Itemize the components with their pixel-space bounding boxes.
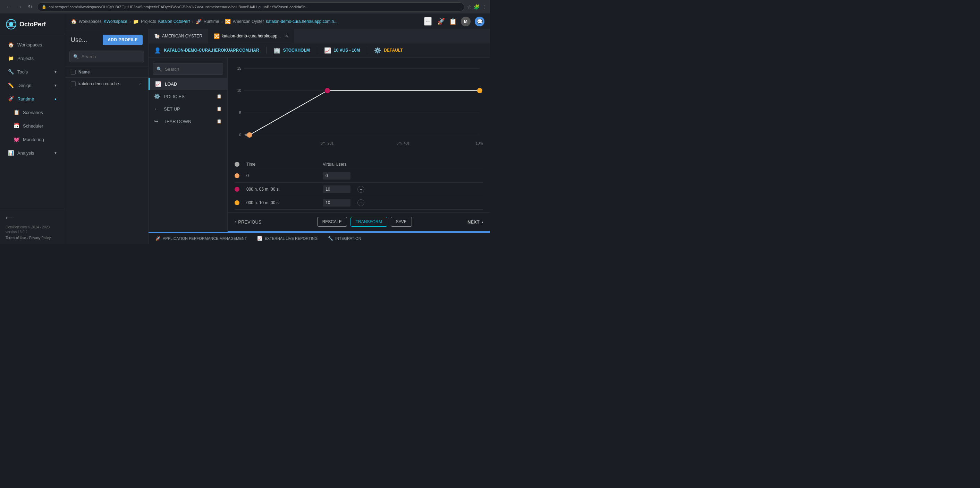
- profile-row[interactable]: katalon-demo-cura.he... ⟋: [65, 78, 148, 90]
- menu-search-input[interactable]: [165, 67, 223, 72]
- footer-tab-apm[interactable]: 🚀 APPLICATION PERFORMANCE MANAGEMENT: [156, 236, 247, 241]
- reload-button[interactable]: ↻: [26, 2, 34, 11]
- sidebar-item-runtime[interactable]: 🚀 Runtime ▲: [2, 92, 63, 105]
- menu-item-teardown[interactable]: ↪ TEAR DOWN 📋: [148, 115, 227, 128]
- time-column-header: Time: [247, 162, 316, 167]
- breadcrumb-scenario[interactable]: 🔀 American Oyster katalon-demo-cura.hero…: [225, 19, 337, 24]
- svg-point-15: [477, 88, 482, 93]
- policies-action-icon: 📋: [216, 94, 222, 99]
- sidebar-item-design[interactable]: ✏️ Design ▼: [2, 79, 63, 92]
- save-button[interactable]: SAVE: [391, 217, 412, 227]
- address-bar[interactable]: 🔒 api.octoperf.com/ui/workspace/OLICyYlB…: [37, 2, 464, 11]
- previous-button[interactable]: ‹ PREVIOUS: [235, 219, 262, 225]
- tab-katalon-icon: 🔀: [214, 33, 220, 39]
- previous-label: PREVIOUS: [238, 219, 261, 225]
- footer-tab-live[interactable]: 📈 EXTERNAL LIVE REPORTING: [257, 236, 318, 241]
- forward-button[interactable]: →: [14, 2, 24, 11]
- sidebar-footer: ⟵ OctoPerf.com © 2014 - 2023 version 13.…: [0, 210, 65, 244]
- bell-header-btn[interactable]: 📋: [449, 18, 457, 25]
- workspaces-icon: 🏠: [8, 41, 14, 48]
- chat-button[interactable]: 💬: [475, 17, 484, 26]
- row2-vu-input[interactable]: [323, 199, 350, 207]
- sidebar-item-monitoring[interactable]: 💓 Monitoring: [2, 133, 63, 146]
- breadcrumb-bar: 🏠 Workspaces KWorkspace › 📁 Projects Kat…: [65, 14, 490, 29]
- profile-edit-button[interactable]: ⟋: [138, 81, 143, 87]
- row0-vu-input[interactable]: [323, 172, 350, 179]
- menu-item-teardown-label: TEAR DOWN: [164, 119, 191, 124]
- row2-dot: [235, 200, 239, 205]
- tab-american-oyster[interactable]: 🐚 AMERICAN OYSTER: [148, 29, 208, 43]
- profiles-title: Use...: [71, 36, 87, 44]
- sidebar-nav: 🏠 Workspaces 📁 Projects 🔧 Tools ▼ ✏️ Des…: [0, 35, 65, 210]
- sidebar-item-workspaces[interactable]: 🏠 Workspaces: [2, 38, 63, 51]
- toolbar-default[interactable]: ⚙️ DEFAULT: [374, 47, 402, 54]
- menu-item-policies-label: POLICIES: [164, 94, 185, 99]
- footer-tab-integration[interactable]: 🔧 INTEGRATION: [328, 236, 361, 241]
- location-icon: 🏢: [274, 47, 280, 54]
- user-avatar[interactable]: M: [461, 17, 471, 26]
- copyright-text: OctoPerf.com © 2014 - 2023: [6, 225, 59, 230]
- add-profile-button[interactable]: ADD PROFILE: [103, 35, 143, 45]
- rocket-header-btn[interactable]: 🚀: [437, 18, 445, 25]
- bookmark-button[interactable]: ☆: [467, 4, 472, 10]
- profile-checkbox[interactable]: [71, 81, 76, 86]
- back-button[interactable]: ←: [424, 17, 432, 25]
- load-icon: 📈: [324, 47, 331, 54]
- toolbar-sep-3: [367, 47, 367, 54]
- transform-button[interactable]: TRANSFORM: [350, 217, 387, 227]
- menu-item-setup[interactable]: ← SET UP 📋: [148, 103, 227, 115]
- design-label: Design: [18, 83, 31, 88]
- toolbar-location[interactable]: 🏢 STOCKHOLM: [274, 47, 310, 54]
- select-all-checkbox[interactable]: [71, 70, 76, 74]
- integration-label: INTEGRATION: [335, 236, 361, 241]
- sidebar-item-analysis[interactable]: 📊 Analysis ▼: [2, 146, 63, 159]
- svg-point-13: [247, 132, 252, 138]
- breadcrumb-workspaces[interactable]: 🏠 Workspaces KWorkspace: [71, 19, 127, 24]
- rescale-button[interactable]: RESCALE: [317, 217, 347, 227]
- runtime-breadcrumb-icon: 🚀: [196, 19, 202, 24]
- menu-button[interactable]: ⋮: [482, 4, 487, 10]
- browser-actions: ☆ 🧩 ⋮: [467, 4, 487, 10]
- toolbar-scenario-name[interactable]: 👤 KATALON-DEMO-CURA.HEROKUAPP.COM.HAR: [154, 47, 259, 54]
- workspaces-label: Workspaces: [18, 42, 42, 48]
- privacy-link[interactable]: Privacy Policy: [29, 236, 51, 240]
- terms-link[interactable]: Terms of Use: [6, 236, 26, 240]
- collapse-button[interactable]: ⟵: [6, 214, 59, 221]
- toolbar-default-label: DEFAULT: [384, 48, 402, 53]
- sidebar-item-scheduler[interactable]: 📅 Scheduler: [2, 119, 63, 132]
- tab-katalon[interactable]: 🔀 katalon-demo-cura.herokuapp... ✕: [208, 29, 294, 43]
- menu-item-policies[interactable]: ⚙️ POLICIES 📋: [148, 90, 227, 103]
- row1-remove-button[interactable]: −: [358, 186, 364, 193]
- integration-icon: 🔧: [328, 236, 333, 241]
- sidebar-item-scenarios[interactable]: 📋 Scenarios: [2, 106, 63, 119]
- row1-vu-input[interactable]: [323, 185, 350, 193]
- apm-label: APPLICATION PERFORMANCE MANAGEMENT: [163, 236, 247, 241]
- breadcrumb-projects[interactable]: 📁 Projects Katalon OctoPerf: [133, 19, 190, 24]
- breadcrumb-runtime-label: Runtime: [204, 19, 219, 24]
- chart-legend: Time Virtual Users 0 000 h. 05 m. 00 s.: [228, 160, 490, 212]
- sidebar-item-projects[interactable]: 📁 Projects: [2, 52, 63, 65]
- data-row-1: 000 h. 05 m. 00 s. −: [235, 183, 483, 196]
- action-buttons: RESCALE TRANSFORM SAVE: [317, 217, 412, 227]
- next-button[interactable]: NEXT ›: [468, 219, 483, 225]
- breadcrumb-runtime[interactable]: 🚀 Runtime: [196, 19, 219, 24]
- scenario-tabs: 🐚 AMERICAN OYSTER 🔀 katalon-demo-cura.he…: [148, 29, 490, 43]
- menu-item-load[interactable]: 📈 LOAD: [148, 78, 227, 90]
- row2-remove-button[interactable]: −: [358, 199, 364, 206]
- toolbar-load[interactable]: 📈 10 VUS - 10M: [324, 47, 360, 54]
- extensions-button[interactable]: 🧩: [474, 4, 480, 10]
- menu-search-box: 🔍: [153, 63, 223, 75]
- profiles-search-input[interactable]: [81, 54, 140, 59]
- back-button[interactable]: ←: [3, 2, 13, 11]
- scenario-menu: 🔍 📈 LOAD ⚙️ POLICIES 📋: [148, 57, 228, 232]
- tab-oyster-label: AMERICAN OYSTER: [162, 33, 202, 38]
- sidebar: OctoPerf 🏠 Workspaces 📁 Projects 🔧 Tools…: [0, 14, 65, 244]
- profile-name: katalon-demo-cura.he...: [78, 81, 135, 86]
- sidebar-item-tools[interactable]: 🔧 Tools ▼: [2, 65, 63, 78]
- breadcrumb-sep-3: ›: [221, 19, 223, 24]
- svg-text:15: 15: [237, 66, 241, 70]
- load-chart: 15 10 5 0 ◄: [235, 63, 483, 153]
- breadcrumb-scenario-label: American Oyster: [233, 19, 264, 24]
- close-tab-button[interactable]: ✕: [285, 33, 288, 38]
- breadcrumb-projects-label: Projects: [141, 19, 156, 24]
